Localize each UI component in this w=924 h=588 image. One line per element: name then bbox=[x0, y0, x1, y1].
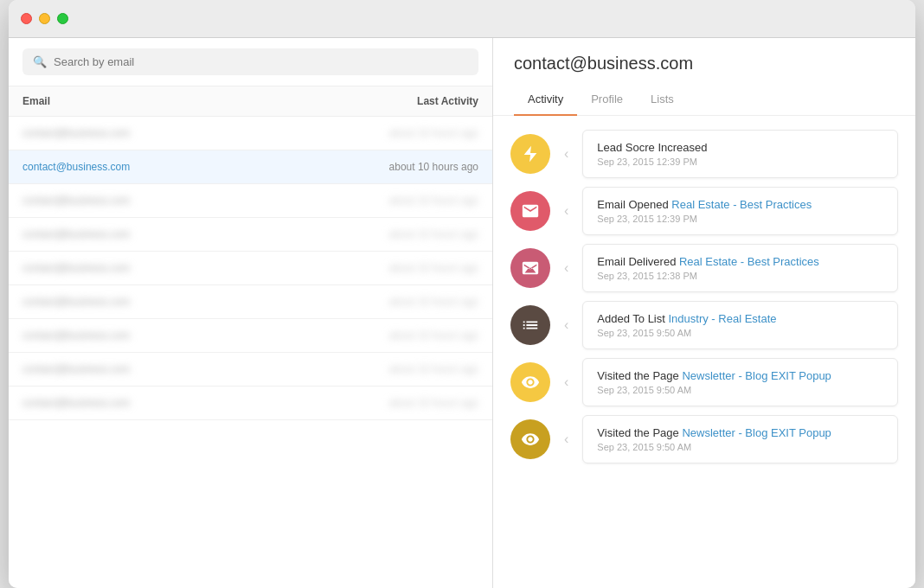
close-button[interactable] bbox=[21, 13, 32, 24]
page-visit-2-icon bbox=[510, 419, 550, 459]
activity-title-lead-score: Lead Socre Increased bbox=[597, 141, 883, 154]
contact-last-activity: about 10 hours ago bbox=[340, 127, 478, 139]
search-wrapper[interactable]: 🔍 bbox=[22, 48, 478, 75]
contact-email: contact@business.com bbox=[22, 228, 340, 240]
activity-time-page-visit-2: Sep 23, 2015 9:50 AM bbox=[597, 442, 883, 452]
chevron-icon: ‹ bbox=[564, 431, 568, 447]
chevron-icon: ‹ bbox=[564, 203, 568, 219]
contact-last-activity: about 10 hours ago bbox=[340, 195, 478, 207]
contact-last-activity: about 10 hours ago bbox=[340, 262, 478, 274]
search-bar: 🔍 bbox=[9, 38, 492, 86]
chevron-icon: ‹ bbox=[564, 317, 568, 333]
email-opened-link[interactable]: Real Estate - Best Practices bbox=[671, 198, 812, 211]
activity-title-email-delivered: Email Delivered Real Estate - Best Pract… bbox=[597, 255, 883, 268]
contact-email-active: contact@business.com bbox=[22, 161, 340, 173]
activity-time-page-visit-1: Sep 23, 2015 9:50 AM bbox=[597, 385, 883, 395]
contact-email: contact@business.com bbox=[22, 363, 340, 375]
main-content: 🔍 Email Last Activity contact@business.c… bbox=[9, 38, 915, 588]
left-panel: 🔍 Email Last Activity contact@business.c… bbox=[9, 38, 493, 588]
activity-item-added-list: ‹ Added To List Industry - Real Estate S… bbox=[510, 301, 898, 349]
chevron-icon: ‹ bbox=[564, 374, 568, 390]
contact-last-activity: about 10 hours ago bbox=[340, 228, 478, 240]
titlebar bbox=[9, 0, 915, 38]
activity-feed: ‹ Lead Socre Increased Sep 23, 2015 12:3… bbox=[493, 116, 915, 588]
page-visit-2-link[interactable]: Newsletter - Blog EXIT Popup bbox=[682, 426, 831, 439]
email-delivered-link[interactable]: Real Estate - Best Practices bbox=[679, 255, 819, 268]
contact-last-activity: about 10 hours ago bbox=[340, 329, 478, 342]
contact-list: contact@business.com about 10 hours ago … bbox=[9, 117, 492, 588]
right-panel: contact@business.com Activity Profile Li… bbox=[493, 38, 915, 588]
search-icon: 🔍 bbox=[33, 55, 47, 68]
app-window: 🔍 Email Last Activity contact@business.c… bbox=[9, 0, 915, 588]
contact-row[interactable]: contact@business.com about 10 hours ago bbox=[9, 387, 492, 420]
traffic-lights bbox=[21, 13, 68, 24]
svg-marker-0 bbox=[524, 146, 537, 162]
chevron-icon: ‹ bbox=[564, 260, 568, 276]
right-header: contact@business.com Activity Profile Li… bbox=[493, 38, 915, 116]
lead-score-icon bbox=[510, 134, 550, 174]
header-activity: Last Activity bbox=[340, 95, 478, 107]
contact-row[interactable]: contact@business.com about 10 hours ago bbox=[9, 285, 492, 319]
activity-title-page-visit-1: Visited the Page Newsletter - Blog EXIT … bbox=[597, 369, 883, 382]
email-deliver-icon bbox=[510, 248, 550, 288]
activity-time-email-opened: Sep 23, 2015 12:39 PM bbox=[597, 214, 883, 224]
activity-title-email-opened: Email Opened Real Estate - Best Practice… bbox=[597, 198, 883, 211]
activity-card-page-visit-1: Visited the Page Newsletter - Blog EXIT … bbox=[582, 358, 898, 406]
contact-last-activity: about 10 hours ago bbox=[340, 363, 478, 375]
contact-email: contact@business.com bbox=[22, 397, 340, 409]
header-email: Email bbox=[22, 95, 340, 107]
activity-title-added-list: Added To List Industry - Real Estate bbox=[597, 312, 883, 325]
contact-email: contact@business.com bbox=[22, 329, 340, 342]
contact-email: contact@business.com bbox=[22, 127, 340, 139]
contact-email: contact@business.com bbox=[22, 195, 340, 207]
search-input[interactable] bbox=[54, 55, 468, 68]
page-visit-1-link[interactable]: Newsletter - Blog EXIT Popup bbox=[682, 369, 831, 382]
tab-profile[interactable]: Profile bbox=[577, 86, 637, 116]
contact-last-activity: about 10 hours ago bbox=[340, 397, 478, 409]
contact-last-activity: about 10 hours ago bbox=[340, 296, 478, 308]
activity-title-page-visit-2: Visited the Page Newsletter - Blog EXIT … bbox=[597, 426, 883, 439]
activity-card-email-delivered: Email Delivered Real Estate - Best Pract… bbox=[582, 244, 898, 292]
tab-activity[interactable]: Activity bbox=[514, 86, 577, 116]
contact-email: contact@business.com bbox=[22, 296, 340, 308]
contact-row[interactable]: contact@business.com about 10 hours ago bbox=[9, 218, 492, 252]
contact-row[interactable]: contact@business.com about 10 hours ago bbox=[9, 353, 492, 387]
added-list-icon bbox=[510, 305, 550, 345]
chevron-icon: ‹ bbox=[564, 146, 568, 162]
activity-item-email-opened: ‹ Email Opened Real Estate - Best Practi… bbox=[510, 187, 898, 235]
email-open-icon bbox=[510, 191, 550, 231]
activity-time-email-delivered: Sep 23, 2015 12:38 PM bbox=[597, 271, 883, 281]
activity-time-lead-score: Sep 23, 2015 12:39 PM bbox=[597, 157, 883, 167]
added-list-link[interactable]: Industry - Real Estate bbox=[668, 312, 776, 325]
contact-email: contact@business.com bbox=[22, 262, 340, 274]
page-visit-1-icon bbox=[510, 362, 550, 402]
activity-item-lead-score: ‹ Lead Socre Increased Sep 23, 2015 12:3… bbox=[510, 130, 898, 178]
contact-row-active[interactable]: contact@business.com about 10 hours ago bbox=[9, 150, 492, 184]
activity-card-page-visit-2: Visited the Page Newsletter - Blog EXIT … bbox=[582, 415, 898, 463]
list-header: Email Last Activity bbox=[9, 86, 492, 117]
activity-item-page-visit-2: ‹ Visited the Page Newsletter - Blog EXI… bbox=[510, 415, 898, 463]
contact-row[interactable]: contact@business.com about 10 hours ago bbox=[9, 252, 492, 285]
detail-email-title: contact@business.com bbox=[514, 54, 895, 74]
activity-item-page-visit-1: ‹ Visited the Page Newsletter - Blog EXI… bbox=[510, 358, 898, 406]
activity-item-email-delivered: ‹ Email Delivered Real Estate - Best Pra… bbox=[510, 244, 898, 292]
minimize-button[interactable] bbox=[39, 13, 50, 24]
maximize-button[interactable] bbox=[57, 13, 68, 24]
contact-last-activity-active: about 10 hours ago bbox=[340, 161, 478, 173]
contact-row[interactable]: contact@business.com about 10 hours ago bbox=[9, 319, 492, 353]
tab-bar: Activity Profile Lists bbox=[514, 86, 895, 115]
activity-card-lead-score: Lead Socre Increased Sep 23, 2015 12:39 … bbox=[582, 130, 898, 178]
activity-time-added-list: Sep 23, 2015 9:50 AM bbox=[597, 328, 883, 338]
activity-card-email-opened: Email Opened Real Estate - Best Practice… bbox=[582, 187, 898, 235]
contact-row[interactable]: contact@business.com about 10 hours ago bbox=[9, 117, 492, 150]
tab-lists[interactable]: Lists bbox=[637, 86, 688, 116]
contact-row[interactable]: contact@business.com about 10 hours ago bbox=[9, 184, 492, 218]
activity-card-added-list: Added To List Industry - Real Estate Sep… bbox=[582, 301, 898, 349]
